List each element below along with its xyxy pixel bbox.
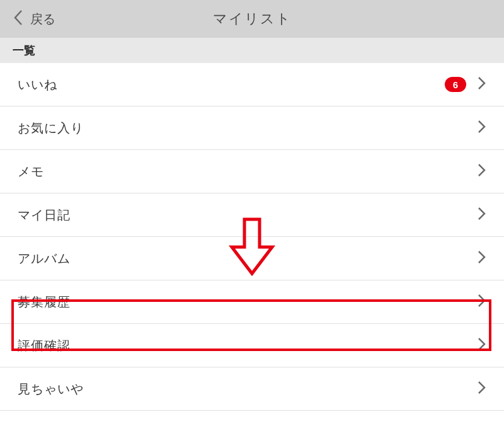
list-item-label: 評価確認 bbox=[18, 337, 71, 354]
list-item-right bbox=[478, 119, 486, 137]
list-item-rating-check[interactable]: 評価確認 bbox=[0, 324, 504, 367]
list-item-recruit-history[interactable]: 募集履歴 bbox=[0, 280, 504, 324]
back-label: 戻る bbox=[30, 11, 55, 28]
list-item-likes[interactable]: いいね 6 bbox=[0, 63, 504, 107]
chevron-right-icon bbox=[478, 76, 486, 93]
list-item-right bbox=[478, 293, 486, 311]
list-item-right bbox=[478, 206, 486, 224]
list-item-label: メモ bbox=[18, 163, 44, 180]
list-item-right bbox=[478, 163, 486, 180]
page-title: マイリスト bbox=[213, 9, 292, 28]
chevron-right-icon bbox=[478, 380, 486, 398]
chevron-right-icon bbox=[478, 293, 486, 311]
list-item-my-diary[interactable]: マイ日記 bbox=[0, 193, 504, 237]
list-item-label: 募集履歴 bbox=[18, 294, 71, 311]
list: いいね 6 お気に入り メモ マイ日記 bbox=[0, 63, 504, 411]
list-item-label: いいね bbox=[18, 76, 57, 93]
chevron-right-icon bbox=[478, 206, 486, 224]
chevron-left-icon bbox=[13, 9, 24, 30]
back-button[interactable]: 戻る bbox=[13, 9, 55, 30]
chevron-right-icon bbox=[478, 119, 486, 137]
header: 戻る マイリスト bbox=[0, 0, 504, 38]
chevron-right-icon bbox=[478, 250, 486, 267]
list-item-michaiya[interactable]: 見ちゃいや bbox=[0, 367, 504, 411]
list-item-label: アルバム bbox=[18, 250, 71, 267]
list-item-favorites[interactable]: お気に入り bbox=[0, 107, 504, 150]
list-item-label: マイ日記 bbox=[18, 207, 71, 224]
list-item-memo[interactable]: メモ bbox=[0, 150, 504, 193]
list-item-right: 6 bbox=[445, 76, 486, 93]
badge: 6 bbox=[445, 77, 466, 92]
list-item-right bbox=[478, 337, 486, 354]
list-item-label: お気に入り bbox=[18, 120, 84, 137]
list-item-label: 見ちゃいや bbox=[18, 381, 84, 398]
list-item-album[interactable]: アルバム bbox=[0, 237, 504, 280]
section-header: 一覧 bbox=[0, 38, 504, 63]
list-item-right bbox=[478, 380, 486, 398]
list-item-right bbox=[478, 250, 486, 267]
chevron-right-icon bbox=[478, 163, 486, 180]
chevron-right-icon bbox=[478, 337, 486, 354]
